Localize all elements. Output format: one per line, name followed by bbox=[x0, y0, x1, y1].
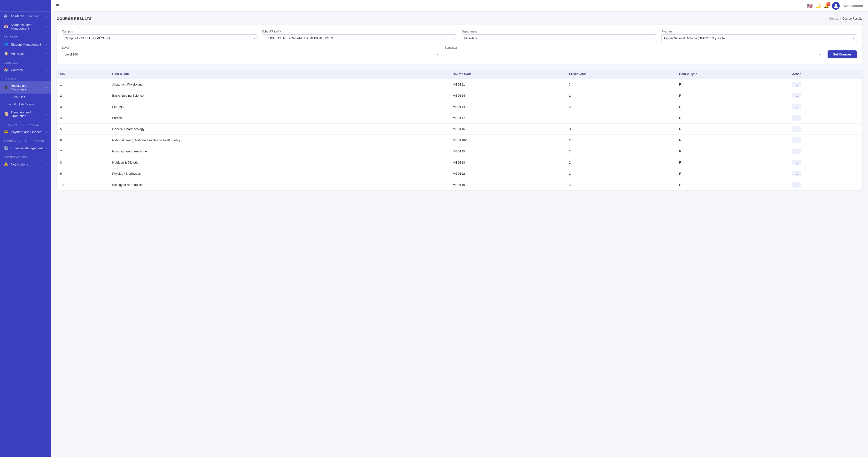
campus-select[interactable]: Campus A - SHELL NSIMEYONG bbox=[62, 34, 257, 42]
results-transcripts-icon: 🎓 bbox=[4, 85, 8, 90]
action-button[interactable]: ... bbox=[792, 93, 801, 98]
action-button[interactable]: ... bbox=[792, 160, 801, 165]
topbar: ☰ 🇺🇸 🌙 🔔 3 Administrator bbox=[51, 0, 868, 12]
admin-name-label: Administrator bbox=[843, 4, 863, 7]
sidebar-item-notifications[interactable]: 🔔 Notifications › bbox=[0, 160, 51, 169]
table-row: 10 Biology of reproduction MED119 2 R ..… bbox=[57, 179, 862, 190]
sidebar-sub-label-publish-results: Publish Results bbox=[14, 103, 35, 106]
notifications-icon: 🔔 bbox=[4, 162, 8, 166]
chevron-right-icon: › bbox=[46, 113, 47, 116]
department-select-wrapper: Midwifery ▾ bbox=[462, 34, 657, 42]
breadcrumb-parent: Course bbox=[829, 17, 838, 20]
cell-code: MED114 bbox=[449, 90, 565, 101]
cell-action: ... bbox=[788, 90, 862, 101]
cell-title: Basic Nursing Science I bbox=[109, 90, 449, 101]
action-button[interactable]: ... bbox=[792, 82, 801, 87]
cell-title: General Pharmacology bbox=[109, 124, 449, 135]
hamburger-menu-button[interactable]: ☰ bbox=[56, 3, 60, 8]
cell-sn: 9 bbox=[57, 168, 109, 179]
sidebar-logo bbox=[0, 0, 51, 12]
col-sn: S/n bbox=[57, 69, 109, 79]
svg-point-0 bbox=[835, 4, 837, 6]
semester-select-wrapper: ▾ bbox=[445, 51, 823, 58]
get-courses-btn-wrapper: Get Courses bbox=[828, 51, 857, 58]
cell-type: R bbox=[676, 124, 788, 135]
sidebar-item-student-management[interactable]: 👥 Student Management › bbox=[0, 40, 51, 49]
sidebar-item-admission[interactable]: 📋 Admission › bbox=[0, 49, 51, 58]
table-row: 4 French MED117 1 R ... bbox=[57, 113, 862, 124]
cell-title: Anatomy / Physiology I bbox=[109, 79, 449, 90]
table-row: 8 Nutrition & Dietetic MED118 2 R ... bbox=[57, 157, 862, 168]
action-button[interactable]: ... bbox=[792, 149, 801, 154]
level-select[interactable]: Level 100 bbox=[62, 51, 440, 58]
cell-action: ... bbox=[788, 135, 862, 146]
sidebar-item-courses[interactable]: 📚 Courses › bbox=[0, 65, 51, 74]
academic-year-icon: 📅 bbox=[4, 25, 8, 29]
action-button[interactable]: ... bbox=[792, 104, 801, 110]
cell-action: ... bbox=[788, 101, 862, 113]
sidebar-label-academic-structure: Academic Structure bbox=[11, 14, 38, 18]
cell-sn: 2 bbox=[57, 90, 109, 101]
col-type: Course Type bbox=[676, 69, 788, 79]
cell-credit: 3 bbox=[565, 79, 676, 90]
sidebar-item-financial-management[interactable]: 🏦 Financial Management › bbox=[0, 144, 51, 153]
sidebar-label-notifications: Notifications bbox=[11, 162, 28, 166]
level-filter-group: Level Level 100 ▾ bbox=[62, 46, 440, 58]
campus-select-wrapper: Campus A - SHELL NSIMEYONG ▾ bbox=[62, 34, 257, 42]
department-select[interactable]: Midwifery bbox=[462, 34, 657, 42]
main-area: ☰ 🇺🇸 🌙 🔔 3 Administrator COURSE RESULTS bbox=[51, 0, 868, 457]
cell-sn: 7 bbox=[57, 146, 109, 157]
courses-icon: 📚 bbox=[4, 68, 8, 72]
sidebar-item-transcript-graduation[interactable]: 📜 Transcript and Graduation › bbox=[0, 108, 51, 120]
sidebar-item-results-transcripts[interactable]: 🎓 Results and Transcripts ∨ bbox=[0, 82, 51, 94]
admin-name[interactable]: Administrator bbox=[843, 4, 863, 7]
table-header-row: S/n Course Title Course Code Credit Valu… bbox=[57, 69, 862, 79]
breadcrumb-bar: COURSE RESULTS Course › Course Results bbox=[57, 17, 862, 21]
cell-code: MED118-1 bbox=[449, 135, 565, 146]
col-title: Course Title bbox=[109, 69, 449, 79]
sidebar-label-financial-management: Financial Management bbox=[11, 146, 43, 150]
cell-code: MED115 bbox=[449, 146, 565, 157]
sidebar-item-academic-year[interactable]: 📅 Academic Year Management › bbox=[0, 21, 51, 33]
table-row: 6 National health, National health and h… bbox=[57, 135, 862, 146]
sidebar-sub-item-courses[interactable]: – Courses bbox=[0, 94, 51, 101]
sidebar-item-payment-finance[interactable]: 💳 Payment and Finance › bbox=[0, 127, 51, 136]
semester-select[interactable] bbox=[445, 51, 823, 58]
breadcrumb-separator: › bbox=[840, 17, 841, 20]
action-button[interactable]: ... bbox=[792, 171, 801, 176]
cell-credit: 2 bbox=[565, 101, 676, 113]
table-row: 5 General Pharmacology MED116 3 R ... bbox=[57, 124, 862, 135]
school-select[interactable]: SCHOOL OF MEDICAL AND BIOMEDICAL SCIEN..… bbox=[262, 34, 457, 42]
content-area: COURSE RESULTS Course › Course Results C… bbox=[51, 12, 868, 457]
table-row: 3 First Aid MED114-1 2 R ... bbox=[57, 101, 862, 113]
program-select[interactable]: Higher National Diploma (HND-2 or 3 yrs … bbox=[661, 34, 857, 42]
section-label-accounting-finance: ACCOUNTING AND FINANCE bbox=[0, 136, 51, 144]
cell-title: Biology of reproduction bbox=[109, 179, 449, 190]
cell-type: R bbox=[676, 157, 788, 168]
cell-sn: 5 bbox=[57, 124, 109, 135]
cell-title: Nursing care in medicine bbox=[109, 146, 449, 157]
transcript-graduation-icon: 📜 bbox=[4, 112, 8, 116]
sidebar-label-transcript-graduation: Transcript and Graduation bbox=[11, 111, 43, 118]
program-label: Program bbox=[661, 30, 857, 33]
action-button[interactable]: ... bbox=[792, 138, 801, 143]
filter-row-2: Level Level 100 ▾ Semester ▾ bbox=[62, 46, 857, 58]
level-label: Level bbox=[62, 46, 440, 50]
notification-bell-icon[interactable]: 🔔 3 bbox=[824, 3, 829, 8]
get-courses-button[interactable]: Get Courses bbox=[828, 51, 857, 58]
dark-mode-icon[interactable]: 🌙 bbox=[815, 3, 821, 8]
section-label-results: RESULTS bbox=[0, 74, 51, 82]
cell-sn: 4 bbox=[57, 113, 109, 124]
cell-type: R bbox=[676, 113, 788, 124]
action-button[interactable]: ... bbox=[792, 182, 801, 187]
sidebar-sub-item-publish-results[interactable]: – Publish Results bbox=[0, 101, 51, 108]
flag-icon[interactable]: 🇺🇸 bbox=[807, 3, 812, 8]
cell-action: ... bbox=[788, 157, 862, 168]
action-button[interactable]: ... bbox=[792, 115, 801, 121]
sidebar-item-academic-structure[interactable]: 🏛 Academic Structure › bbox=[0, 12, 51, 21]
cell-credit: 2 bbox=[565, 135, 676, 146]
cell-sn: 8 bbox=[57, 157, 109, 168]
avatar[interactable] bbox=[832, 2, 840, 10]
chevron-right-icon: › bbox=[46, 147, 47, 150]
action-button[interactable]: ... bbox=[792, 126, 801, 132]
